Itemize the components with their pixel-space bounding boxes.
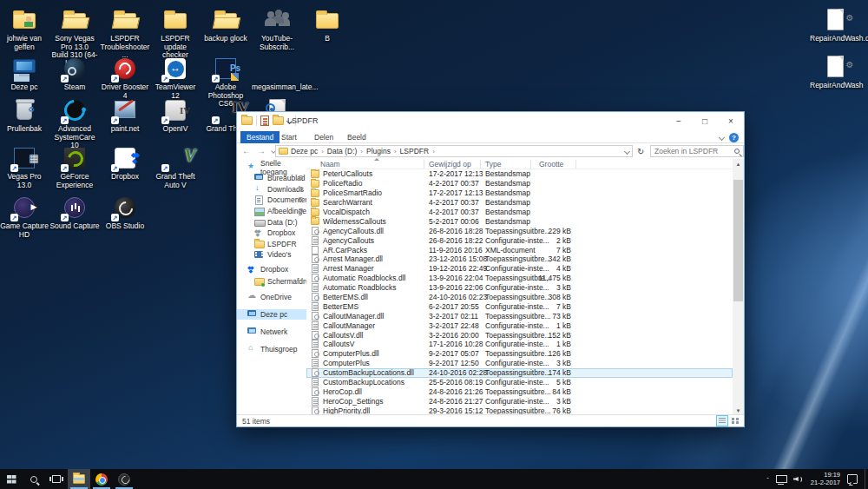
file-row-custombackuplocations-dll[interactable]: CustomBackupLocations.dll24-10-2016 02:2… [306, 368, 733, 378]
breadcrumb-segment[interactable]: Plugins [366, 147, 391, 155]
sidebar-item-deze-pc[interactable]: Deze pc [237, 309, 306, 320]
desktop-icon-b[interactable]: B [302, 7, 352, 43]
new-folder-icon[interactable] [273, 116, 284, 125]
tab-delen[interactable]: Delen [308, 131, 339, 143]
file-row-vocaldispatch[interactable]: VocalDispatch4-2-2017 00:37Bestandsmap [306, 208, 733, 217]
file-row-searchwarrant[interactable]: SearchWarrant4-2-2017 00:37Bestandsmap [306, 198, 733, 208]
file-row-peterucallouts[interactable]: PeterUCallouts17-2-2017 12:13Bestandsmap [306, 169, 733, 179]
task-view-button[interactable] [45, 469, 68, 489]
desktop-icon-openiv[interactable]: OpenIV [150, 97, 201, 134]
title-bar[interactable]: LSPDFR − □ × [237, 112, 744, 131]
action-center-icon[interactable] [847, 474, 858, 484]
desktop-icon-obs-studio[interactable]: OBS Studio [100, 195, 150, 231]
sidebar-item-video-s[interactable]: Video's [237, 249, 306, 260]
vertical-scrollbar[interactable]: ▲ ▼ [733, 159, 744, 416]
taskbar-search-button[interactable] [23, 469, 45, 489]
tab-start[interactable]: Start [275, 131, 303, 143]
close-button[interactable]: × [718, 112, 744, 131]
desktop-icon-vegas-pro-13-0[interactable]: Vegas Pro 13.0 [0, 145, 49, 189]
taskbar-obs-button[interactable] [113, 469, 135, 489]
properties-icon[interactable] [260, 116, 269, 126]
taskbar-chrome-button[interactable] [90, 469, 113, 489]
thumbnails-view-button[interactable] [730, 416, 740, 426]
sidebar-item-afbeeldingen[interactable]: Afbeeldingen [237, 206, 306, 216]
desktop-icon-game-capture-hd[interactable]: Game Capture HD [0, 195, 49, 239]
desktop-icon-youtube-subscrib[interactable]: YouTube-Subscrib... [252, 7, 302, 51]
desktop-icon-megasimman-late[interactable]: megasimman_late... [252, 56, 302, 92]
file-row-calloutmanager[interactable]: CalloutManager3-2-2017 22:48Configuratie… [306, 320, 733, 330]
sidebar-item-netwerk[interactable]: Netwerk [237, 327, 306, 337]
desktop-icon-prullenbak[interactable]: Prullenbak [0, 97, 49, 134]
column-header-type[interactable]: Type [485, 160, 501, 169]
sidebar-item-snelle-toegang[interactable]: Snelle toegang [237, 162, 306, 173]
column-header-gewijzigd-op[interactable]: Gewijzigd op [429, 160, 471, 169]
expand-ribbon-chevron-icon[interactable] [719, 135, 725, 141]
minimize-button[interactable]: − [666, 112, 692, 131]
file-row-automatic-roadblocks-dll[interactable]: Automatic Roadblocks.dll13-9-2016 22:04T… [306, 274, 733, 283]
desktop-icon-steam[interactable]: Steam [49, 56, 100, 92]
search-box[interactable]: Zoeken in LSPDFR [650, 145, 744, 157]
sidebar-item-documenten[interactable]: Documenten [237, 195, 306, 205]
sidebar-item-onedrive[interactable]: OneDrive [237, 292, 306, 302]
taskbar-file-explorer-button[interactable] [68, 469, 90, 489]
tray-overflow-chevron-icon[interactable]: ˆ [766, 476, 769, 484]
tab-bestand[interactable]: Bestand [240, 131, 279, 143]
show-desktop-button[interactable] [865, 469, 868, 489]
clock[interactable]: 19:19 21-2-2017 [811, 472, 840, 486]
desktop-icon-backup-glock[interactable]: backup glock [201, 7, 251, 43]
sidebar-item-downloads[interactable]: Downloads [237, 184, 306, 195]
sidebar-item-thuisgroep[interactable]: Thuisgroep [237, 344, 306, 354]
network-icon[interactable] [776, 475, 786, 483]
desktop-icon-geforce-experience[interactable]: GeForce Experience [49, 145, 100, 189]
desktop-icon-lspdfr-update-checker[interactable]: LSPDFR update checker [150, 7, 201, 60]
volume-icon[interactable] [793, 475, 804, 484]
desktop-icon-dropbox[interactable]: Dropbox [100, 145, 150, 182]
sidebar-item-data-d[interactable]: Data (D:) [237, 217, 306, 228]
desktop-icon-deze-pc[interactable]: Deze pc [0, 56, 49, 92]
address-dropdown-chevron-icon[interactable] [624, 148, 630, 154]
file-row-arrest-manager[interactable]: Arrest Manager19-12-2016 22:49Configurat… [306, 264, 733, 274]
file-row-herocop-dll[interactable]: HeroCop.dll24-8-2016 21:26Toepassingsuit… [306, 387, 733, 396]
sidebar-item-dropbox[interactable]: Dropbox [237, 264, 306, 274]
file-row-ar-carpacks[interactable]: AR.CarPacks11-9-2016 20:16XML-document7 … [306, 245, 733, 254]
breadcrumb-segment[interactable]: Deze pc [291, 147, 318, 155]
sidebar-item-bureaublad[interactable]: Bureaublad [237, 173, 306, 183]
file-row-custombackuplocations[interactable]: CustomBackupLocations25-5-2016 08:19Conf… [306, 378, 733, 387]
desktop-icon-lspdfr-troubleshooter[interactable]: LSPDFR Troubleshooter ... [100, 7, 150, 60]
sidebar-item-dropbox[interactable]: Dropbox [237, 228, 306, 238]
column-header-naam[interactable]: Naam [320, 160, 340, 169]
breadcrumb-segment[interactable]: LSPDFR [400, 147, 430, 155]
file-row-agencycallouts[interactable]: AgencyCallouts26-8-2016 18:22Configurati… [306, 235, 733, 245]
details-view-button[interactable] [717, 416, 727, 426]
file-row-calloutmanager-dll[interactable]: CalloutManager.dll3-2-2017 02:11Toepassi… [306, 311, 733, 320]
file-row-policesmartradio[interactable]: PoliceSmartRadio17-2-2017 12:13Bestandsm… [306, 188, 733, 198]
forward-button[interactable]: → [257, 146, 266, 155]
file-row-wildernesscallouts[interactable]: WildernessCallouts5-2-2017 00:06Bestands… [306, 216, 733, 226]
file-row-policeradio[interactable]: PoliceRadio4-2-2017 00:37Bestandsmap [306, 179, 733, 188]
desktop-icon-teamviewer-12[interactable]: TeamViewer 12 [150, 56, 201, 100]
file-row-computerplus[interactable]: ComputerPlus9-2-2017 12:50Configuratie-i… [306, 359, 733, 368]
file-row-betterems-dll[interactable]: BetterEMS.dll24-10-2016 02:23Toepassings… [306, 293, 733, 302]
desktop-icon-paint-net[interactable]: paint.net [100, 97, 150, 134]
start-button[interactable] [0, 469, 23, 489]
address-bar[interactable]: Deze pc›Data (D:)›Plugins›LSPDFR› [275, 145, 633, 157]
tab-beeld[interactable]: Beeld [341, 131, 372, 143]
refresh-icon[interactable]: ↻ [637, 147, 644, 156]
desktop-icon-repairandwash[interactable]: ⚙RepairAndWash [810, 54, 860, 90]
file-row-computerplus-dll[interactable]: ComputerPlus.dll9-2-2017 05:07Toepassing… [306, 349, 733, 359]
sidebar-item-lspdfr[interactable]: LSPDFR [237, 239, 306, 249]
breadcrumb[interactable]: Deze pc›Data (D:)›Plugins›LSPDFR› [291, 147, 438, 155]
file-row-calloutsv[interactable]: CalloutsV17-1-2016 10:28Configuratie-ins… [306, 340, 733, 349]
desktop-icon-advanced-systemcare-10[interactable]: Advanced SystemCare 10 [49, 97, 100, 150]
breadcrumb-segment[interactable]: Data (D:) [327, 147, 357, 155]
column-header-grootte[interactable]: Grootte [539, 160, 563, 169]
sidebar-item-schermafdrukken[interactable]: Schermafdrukken [237, 276, 306, 287]
desktop-icon-driver-booster-4[interactable]: Driver Booster 4 [100, 56, 150, 100]
file-row-arrest-manager-dll[interactable]: Arrest Manager.dll23-12-2016 15:08Toepas… [306, 254, 733, 264]
back-button[interactable]: ← [242, 146, 251, 155]
file-row-calloutsv-dll[interactable]: CalloutsV.dll3-2-2016 20:00Toepassingsui… [306, 330, 733, 340]
desktop-icon-johwie-van-geffen[interactable]: johwie van geffen [0, 7, 49, 51]
maximize-button[interactable]: □ [692, 112, 718, 131]
desktop-icon-sound-capture[interactable]: Sound Capture [49, 195, 100, 231]
file-row-betterems[interactable]: BetterEMS6-2-2017 20:55Configuratie-inst… [306, 301, 733, 311]
